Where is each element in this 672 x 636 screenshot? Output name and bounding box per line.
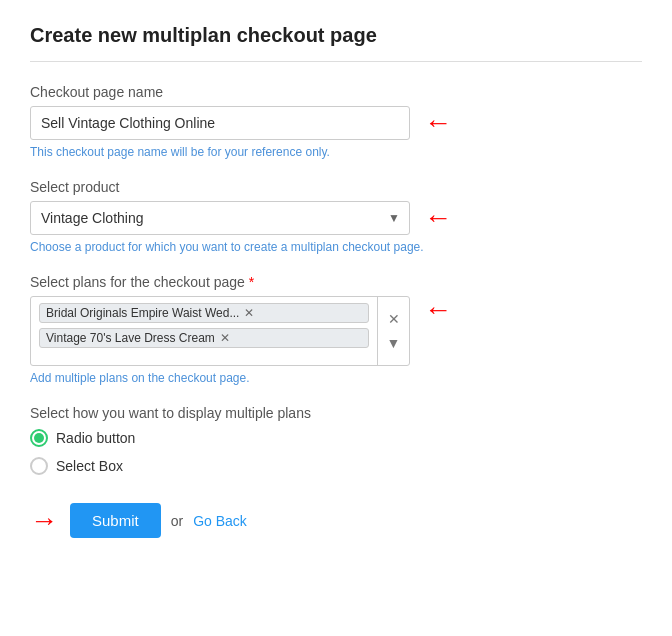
product-select-wrapper: Vintage Clothing Other Product ▼ (30, 201, 410, 235)
go-back-link[interactable]: Go Back (193, 513, 247, 529)
right-arrow-icon-2: ← (424, 204, 452, 232)
checkout-name-section: Checkout page name ← This checkout page … (30, 84, 642, 159)
radio-button-select[interactable] (30, 457, 48, 475)
right-arrow-icon-3: ← (424, 296, 452, 324)
plans-multiselect[interactable]: Bridal Originals Empire Waist Wed... ✕ V… (30, 296, 410, 366)
tag-2-close[interactable]: ✕ (220, 332, 230, 344)
tag-2-text: Vintage 70's Lave Dress Cream (46, 331, 215, 345)
tag-1-text: Bridal Originals Empire Waist Wed... (46, 306, 239, 320)
checkout-name-input[interactable] (30, 106, 410, 140)
radio-option-radio-label: Radio button (56, 430, 135, 446)
display-section: Select how you want to display multiple … (30, 405, 642, 475)
product-section: Select product Vintage Clothing Other Pr… (30, 179, 642, 254)
product-label: Select product (30, 179, 642, 195)
plans-section: Select plans for the checkout page * Bri… (30, 274, 642, 385)
product-hint: Choose a product for which you want to c… (30, 240, 642, 254)
radio-option-select-label: Select Box (56, 458, 123, 474)
radio-option-select[interactable]: Select Box (30, 457, 642, 475)
radio-button-radio[interactable] (30, 429, 48, 447)
display-radio-group: Radio button Select Box (30, 429, 642, 475)
plans-label: Select plans for the checkout page * (30, 274, 642, 290)
tag-2: Vintage 70's Lave Dress Cream ✕ (39, 328, 369, 348)
multiselect-dropdown-btn[interactable]: ▼ (381, 331, 407, 355)
tag-1-close[interactable]: ✕ (244, 307, 254, 319)
radio-option-radio[interactable]: Radio button (30, 429, 642, 447)
multiselect-clear-btn[interactable]: ✕ (382, 307, 406, 331)
submit-row: → Submit or Go Back (30, 503, 642, 538)
section-divider (30, 61, 642, 62)
checkout-name-label: Checkout page name (30, 84, 642, 100)
checkout-name-hint: This checkout page name will be for your… (30, 145, 642, 159)
tag-1: Bridal Originals Empire Waist Wed... ✕ (39, 303, 369, 323)
name-arrow-indicator: ← (424, 109, 452, 137)
or-text: or (171, 513, 183, 529)
right-arrow-icon: ← (424, 109, 452, 137)
required-marker: * (249, 274, 254, 290)
page-title: Create new multiplan checkout page (30, 24, 642, 47)
submit-button[interactable]: Submit (70, 503, 161, 538)
plans-hint: Add multiple plans on the checkout page. (30, 371, 642, 385)
display-label: Select how you want to display multiple … (30, 405, 642, 421)
submit-arrow-icon: → (30, 505, 58, 537)
multiselect-controls: ✕ ▼ (377, 297, 409, 365)
product-arrow-indicator: ← (424, 204, 452, 232)
plans-arrow-indicator: ← (424, 296, 452, 324)
product-select[interactable]: Vintage Clothing Other Product (30, 201, 410, 235)
